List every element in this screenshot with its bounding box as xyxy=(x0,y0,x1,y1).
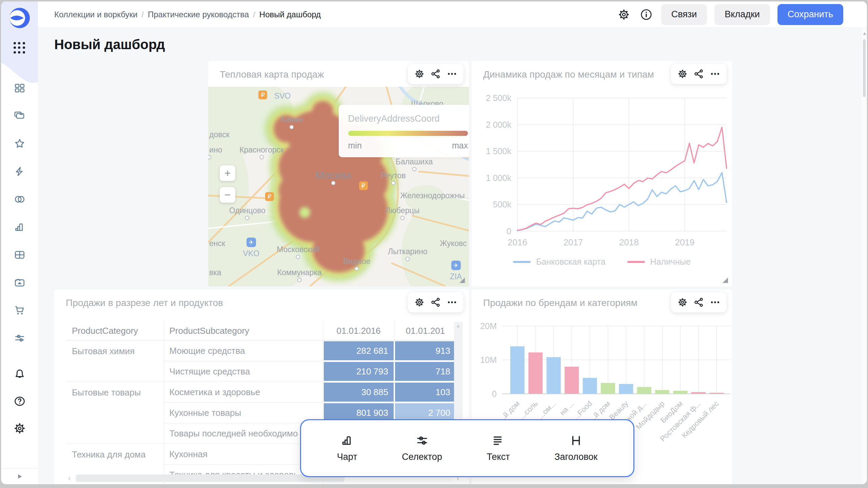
datasets-icon[interactable] xyxy=(12,193,27,205)
dashboard-canvas: Новый дашборд Тепловая карта продаж xyxy=(38,27,862,484)
widget-settings-icon[interactable] xyxy=(676,67,689,81)
legend-gradient-bar xyxy=(348,131,468,136)
map-label: Видное xyxy=(343,257,370,266)
marketplace-icon[interactable] xyxy=(12,304,27,317)
svg-text:0: 0 xyxy=(507,226,511,236)
insert-text-button[interactable]: Текст xyxy=(487,434,510,462)
widget-more-icon[interactable] xyxy=(445,67,459,81)
table-cell-value: 282 681 xyxy=(323,341,394,361)
help-icon[interactable] xyxy=(12,395,27,407)
storage-icon[interactable] xyxy=(12,277,27,289)
page-scrollbar[interactable]: ▲ xyxy=(862,28,867,484)
dashboard-settings-icon[interactable] xyxy=(616,7,631,22)
widget-more-icon[interactable] xyxy=(708,67,722,81)
widget-links-icon[interactable] xyxy=(429,296,442,309)
insert-chart-button[interactable]: Чарт xyxy=(337,434,357,462)
map-zoom-in-button[interactable]: + xyxy=(220,165,235,181)
map-legend: DeliveryAddressCoord min max xyxy=(339,105,469,157)
legend-label: Банковская карта xyxy=(536,257,605,267)
map-label: Красногорск xyxy=(239,145,284,154)
quick-actions-icon[interactable] xyxy=(12,165,27,178)
widget-resize-handle[interactable] xyxy=(459,278,465,283)
info-icon[interactable] xyxy=(639,7,654,22)
legend-min-label: min xyxy=(348,141,362,150)
map-label: Лыткарино xyxy=(388,247,428,256)
tables-icon[interactable] xyxy=(12,249,27,261)
topbar-actions: Связи Вкладки Сохранить xyxy=(616,4,843,25)
chart-icon xyxy=(341,434,354,447)
breadcrumb-guides[interactable]: Практические руководства xyxy=(148,10,249,19)
map-label: енск xyxy=(209,239,225,248)
table-scroll-up[interactable]: ▲ xyxy=(456,323,460,328)
insert-heading-label: Заголовок xyxy=(554,452,597,462)
table-cell-value: 103 xyxy=(394,382,456,403)
map-label: Коммунарка xyxy=(277,268,322,277)
table-row: Бытовая химияМоющие средства282 681913 xyxy=(66,341,456,361)
scroll-up-arrow[interactable]: ▲ xyxy=(862,30,867,36)
scroll-thumb[interactable] xyxy=(863,39,866,97)
widget-links-icon[interactable] xyxy=(692,296,706,309)
widget-actions xyxy=(408,64,463,84)
save-button[interactable]: Сохранить xyxy=(777,4,843,25)
line-legend-item[interactable]: Наличные xyxy=(627,257,691,267)
line-legend-item[interactable]: Банковская карта xyxy=(513,257,605,267)
map-label: Реутов xyxy=(381,171,406,180)
map-town-dot xyxy=(412,167,416,171)
map-town-dot xyxy=(391,181,395,185)
insert-text-label: Текст xyxy=(487,452,510,462)
map-town-dot xyxy=(406,257,410,261)
selector-icon xyxy=(416,434,429,447)
breadcrumb: Коллекции и воркбуки / Практические руко… xyxy=(54,10,321,19)
svg-text:...ом...: ...ом... xyxy=(536,399,557,421)
widget-header: Продажи по брендам и категориям xyxy=(472,289,732,315)
links-button[interactable]: Связи xyxy=(661,4,707,25)
insert-heading-button[interactable]: Заголовок xyxy=(554,434,597,462)
collections-icon[interactable] xyxy=(12,110,27,122)
map-label: Химки xyxy=(280,115,303,124)
breadcrumb-collections[interactable]: Коллекции и воркбуки xyxy=(54,10,137,19)
apps-grid-icon[interactable] xyxy=(14,42,26,54)
map-zoom-out-button[interactable]: − xyxy=(220,187,235,203)
table-column-header[interactable]: ProductSubcategory xyxy=(164,321,323,341)
widget-more-icon[interactable] xyxy=(708,296,722,309)
charts-icon[interactable] xyxy=(12,221,27,233)
legend-swatch xyxy=(513,261,531,263)
service-settings-icon[interactable] xyxy=(12,332,27,344)
favorites-icon[interactable] xyxy=(12,138,27,150)
widget-more-icon[interactable] xyxy=(445,296,459,309)
map-label: Железнодорожны xyxy=(400,191,465,200)
widget-links-icon[interactable] xyxy=(429,67,442,81)
notifications-icon[interactable] xyxy=(12,368,27,380)
sidebar-expand-button[interactable] xyxy=(1,468,38,484)
insert-selector-button[interactable]: Селектор xyxy=(402,434,442,462)
sidebar-bottom-nav xyxy=(1,368,38,434)
currency-marker: ₽ xyxy=(265,192,274,201)
map-label: ино xyxy=(209,145,222,154)
heatmap-map[interactable]: SVOХимкидовскиноКрасногорскЩёлковоБалаши… xyxy=(208,87,469,286)
table-scroll-left[interactable]: ‹ xyxy=(64,473,75,483)
widget-links-icon[interactable] xyxy=(692,67,706,81)
map-label: Люберцы xyxy=(386,206,420,215)
widget-settings-icon[interactable] xyxy=(413,67,426,81)
map-town-dot xyxy=(290,125,294,129)
datalens-logo[interactable] xyxy=(9,7,31,29)
insert-selector-label: Селектор xyxy=(402,452,442,462)
svg-text:20M: 20M xyxy=(480,321,497,331)
table-cell-value: 30 885 xyxy=(323,382,394,403)
map-town-dot xyxy=(259,155,264,159)
widget-resize-handle[interactable] xyxy=(723,278,728,283)
settings-icon[interactable] xyxy=(12,422,27,434)
table-column-header[interactable]: 01.01.2016 xyxy=(323,321,394,341)
dashboards-icon[interactable] xyxy=(12,82,27,94)
breadcrumb-separator: / xyxy=(141,10,144,19)
page-title: Новый дашборд xyxy=(54,37,165,52)
widget-settings-icon[interactable] xyxy=(676,296,689,309)
map-label: Балашиха xyxy=(396,157,433,166)
table-column-header[interactable]: ProductCategory xyxy=(66,321,164,341)
line-chart-svg[interactable]: 0500k1 000k1 500k2 000k2 500k20162017201… xyxy=(472,93,732,252)
tabs-button[interactable]: Вкладки xyxy=(714,4,770,25)
widget-settings-icon[interactable] xyxy=(413,296,426,309)
currency-marker: ₽ xyxy=(359,181,368,190)
legend-label: Наличные xyxy=(650,257,691,267)
table-column-header[interactable]: 01.01.201 xyxy=(394,321,456,341)
